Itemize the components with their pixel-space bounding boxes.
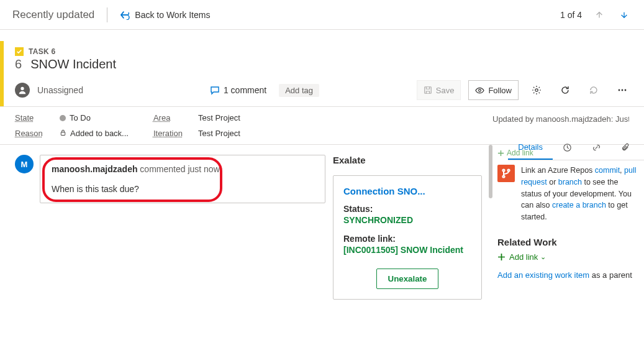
refresh-button[interactable]: [555, 80, 576, 100]
comment-card[interactable]: manoosh.majdzadeh commented just now Whe…: [40, 155, 325, 203]
lock-icon: [60, 129, 66, 138]
follow-label: Follow: [488, 86, 512, 95]
state-dot-icon: [60, 115, 66, 121]
add-link-button[interactable]: Add link ⌄: [497, 252, 639, 262]
comment-count: 1 comment: [224, 85, 266, 95]
work-item-title[interactable]: SNOW Incident: [30, 57, 116, 71]
svg-rect-7: [61, 132, 65, 136]
link-create-branch[interactable]: create a branch: [552, 201, 606, 209]
person-icon: [18, 86, 27, 94]
more-icon: [617, 85, 627, 95]
comment-timestamp: commented just now: [140, 164, 219, 174]
next-item-button[interactable]: [617, 7, 632, 22]
area-value[interactable]: Test Project: [198, 113, 240, 122]
svg-point-9: [502, 169, 504, 171]
main-area: M manoosh.majdzadeh commented just now W…: [0, 145, 644, 339]
svg-point-4: [619, 90, 620, 91]
svg-point-6: [625, 90, 627, 91]
comments-button[interactable]: 1 comment: [210, 85, 266, 95]
exalate-title: Exalate: [333, 155, 482, 165]
add-existing-work-item-link[interactable]: Add an existing work item: [497, 270, 589, 280]
pager-text: 1 of 4: [560, 10, 582, 20]
work-item-type-label: TASK 6: [29, 47, 56, 56]
save-button[interactable]: Save: [417, 80, 461, 100]
svg-point-3: [535, 89, 538, 91]
assignee-avatar[interactable]: [15, 83, 30, 98]
prev-item-button[interactable]: [592, 7, 607, 22]
work-item-id: 6: [15, 57, 22, 71]
plus-icon: [497, 150, 504, 157]
exalate-status-value: SYNCHRONIZED: [343, 215, 471, 225]
iteration-value[interactable]: Test Project: [198, 129, 240, 138]
state-label: State: [15, 113, 47, 122]
scrollbar[interactable]: [489, 145, 492, 198]
updated-by-text: Updated by manoosh.majdzadeh: Just now: [492, 114, 629, 124]
svg-point-10: [507, 169, 509, 171]
back-arrow-icon: [120, 10, 130, 20]
branch-icon: [497, 165, 515, 182]
development-card: Link an Azure Repos commit, pull request…: [495, 161, 639, 226]
work-item-header: TASK 6 6 SNOW Incident Unassigned 1 comm…: [0, 41, 644, 106]
top-bar: Recently updated Back to Work Items 1 of…: [0, 0, 644, 30]
comment-author: manoosh.majdzadeh: [52, 164, 137, 174]
comment-icon: [210, 85, 220, 95]
task-type-badge: [15, 47, 24, 56]
comment-row: M manoosh.majdzadeh commented just now W…: [15, 155, 325, 203]
reason-label: Reason: [15, 129, 47, 138]
svg-point-2: [479, 89, 481, 91]
comment-avatar: M: [15, 155, 34, 173]
reason-value[interactable]: Added to back...: [60, 129, 129, 138]
svg-point-11: [502, 175, 504, 177]
check-icon: [16, 48, 22, 55]
follow-button[interactable]: Follow: [468, 80, 519, 100]
back-to-work-items[interactable]: Back to Work Items: [120, 10, 210, 20]
unexalate-button[interactable]: Unexalate: [376, 269, 439, 289]
svg-rect-1: [425, 87, 432, 94]
save-label: Save: [436, 86, 455, 95]
development-text: Link an Azure Repos commit, pull request…: [521, 165, 637, 223]
related-work-title: Related Work: [497, 237, 639, 247]
eye-icon: [475, 86, 484, 95]
fields-row: State To Do Reason Added to back... Area…: [0, 106, 644, 145]
view-title: Recently updated: [12, 9, 94, 21]
exalate-status-label: Status:: [343, 204, 471, 214]
back-label: Back to Work Items: [135, 10, 210, 20]
gear-icon: [532, 85, 542, 95]
arrow-up-icon: [595, 11, 604, 19]
divider: [107, 7, 107, 22]
save-icon: [424, 86, 432, 94]
comment-body: When is this task due?: [52, 184, 314, 194]
assignee-name[interactable]: Unassigned: [37, 85, 83, 95]
link-commit[interactable]: commit: [595, 166, 620, 175]
undo-icon: [589, 85, 599, 95]
plus-icon: [497, 253, 506, 261]
exalate-connection-name[interactable]: Connection SNO...: [343, 186, 471, 196]
dev-add-link-mini[interactable]: Add link: [497, 149, 639, 157]
undo-button[interactable]: [583, 80, 604, 100]
right-sidebar: Add link Link an Azure Repos commit, pul…: [495, 145, 644, 280]
more-actions-button[interactable]: [612, 80, 633, 100]
refresh-icon: [560, 85, 570, 95]
add-tag-button[interactable]: Add tag: [279, 84, 319, 97]
svg-point-5: [622, 90, 624, 91]
discussion-section: M manoosh.majdzadeh commented just now W…: [15, 155, 325, 339]
settings-button[interactable]: [526, 80, 547, 100]
chevron-down-icon: ⌄: [540, 253, 546, 261]
iteration-label: Iteration: [153, 129, 186, 138]
link-branch[interactable]: branch: [558, 178, 582, 186]
area-label: Area: [153, 113, 186, 122]
svg-point-0: [20, 87, 24, 90]
add-existing-work-item-row: Add an existing work item as a parent: [497, 270, 639, 280]
work-item-meta-row: Unassigned 1 comment Add tag Save Follow: [15, 80, 633, 106]
state-value[interactable]: To Do: [60, 113, 91, 122]
arrow-down-icon: [620, 11, 628, 19]
work-item-type-row: TASK 6: [15, 47, 633, 56]
exalate-remote-link[interactable]: [INC0011505] SNOW Incident: [343, 245, 471, 255]
exalate-remote-link-label: Remote link:: [343, 234, 471, 244]
pager: 1 of 4: [560, 7, 632, 22]
exalate-section: Exalate Connection SNO... Status: SYNCHR…: [333, 155, 482, 339]
exalate-card: Connection SNO... Status: SYNCHRONIZED R…: [333, 175, 482, 300]
work-item-title-row: 6 SNOW Incident: [15, 57, 633, 71]
